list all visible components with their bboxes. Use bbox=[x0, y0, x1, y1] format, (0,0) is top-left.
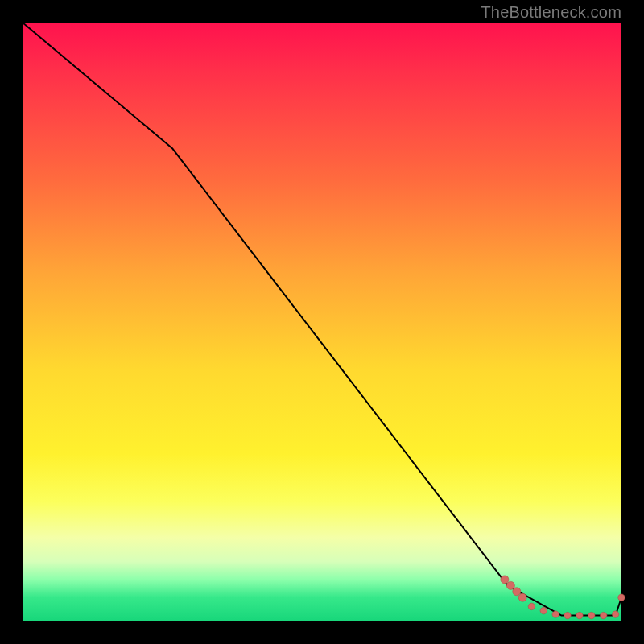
data-point bbox=[506, 581, 514, 589]
data-point bbox=[528, 603, 535, 609]
data-point bbox=[601, 612, 607, 618]
data-point bbox=[612, 611, 618, 617]
watermark-text: TheBottleneck.com bbox=[481, 3, 621, 22]
data-point bbox=[576, 612, 583, 618]
data-point bbox=[518, 593, 526, 601]
data-point bbox=[618, 594, 625, 601]
data-point bbox=[501, 576, 509, 584]
data-point bbox=[552, 611, 559, 617]
data-point bbox=[540, 607, 547, 613]
chart-frame: TheBottleneck.com bbox=[0, 0, 644, 644]
data-point bbox=[564, 612, 571, 618]
chart-svg bbox=[23, 23, 621, 621]
data-point bbox=[513, 588, 521, 596]
curve-line bbox=[23, 23, 621, 616]
data-point bbox=[588, 612, 595, 618]
marker-group bbox=[501, 576, 625, 619]
